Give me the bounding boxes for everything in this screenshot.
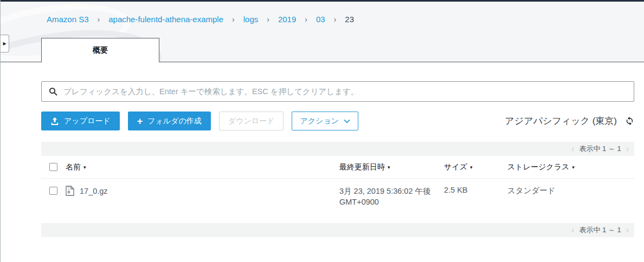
breadcrumb-amazon-s3[interactable]: Amazon S3 bbox=[47, 15, 89, 24]
column-header-name-label: 名前 bbox=[66, 162, 81, 172]
last-modified-cell: 3月 23, 2019 5:36:02 午後 GMT+0900 bbox=[339, 186, 444, 207]
sort-arrow-icon: ▾ bbox=[470, 165, 473, 170]
breadcrumb-logs[interactable]: logs bbox=[243, 15, 259, 24]
upload-button[interactable]: アップロード bbox=[41, 112, 120, 130]
page-prev-icon[interactable]: ‹ bbox=[571, 226, 574, 234]
sidebar-expand-button[interactable]: ▶ bbox=[1, 35, 9, 53]
size-cell: 2.5 KB bbox=[444, 186, 507, 194]
row-checkbox[interactable] bbox=[49, 187, 57, 195]
prefix-search-box bbox=[41, 81, 634, 102]
pagination-bar-bottom: ‹ 表示中 1 ～ 1 › bbox=[41, 223, 634, 237]
refresh-icon[interactable] bbox=[625, 116, 634, 126]
page-next-icon[interactable]: › bbox=[626, 226, 629, 234]
prefix-search-input[interactable] bbox=[63, 87, 627, 96]
object-toolbar: アップロード + フォルダの作成 ダウンロード アクション アジアパシフィック … bbox=[41, 112, 634, 130]
breadcrumb: Amazon S3 › apache-fulentd-athena-exampl… bbox=[47, 15, 354, 24]
actions-dropdown-button[interactable]: アクション bbox=[292, 112, 358, 130]
s3-console-page: Amazon S3 › apache-fulentd-athena-exampl… bbox=[0, 0, 644, 262]
sort-arrow-icon: ▾ bbox=[572, 165, 575, 170]
breadcrumb-separator-icon: › bbox=[267, 15, 269, 24]
pagination-label: 表示中 1 ～ 1 bbox=[579, 144, 621, 154]
tab-overview[interactable]: 概要 bbox=[41, 38, 159, 62]
table-row: 17_0.gz 3月 23, 2019 5:36:02 午後 GMT+0900 … bbox=[41, 179, 634, 218]
chevron-down-icon bbox=[344, 119, 350, 123]
bucket-header: Amazon S3 › apache-fulentd-athena-exampl… bbox=[1, 2, 644, 62]
breadcrumb-03[interactable]: 03 bbox=[316, 15, 325, 24]
plus-icon: + bbox=[137, 116, 143, 126]
storage-class-cell: スタンダード bbox=[507, 186, 634, 196]
sort-arrow-icon: ▾ bbox=[388, 165, 390, 170]
upload-button-label: アップロード bbox=[64, 116, 111, 126]
breadcrumb-current-folder: 23 bbox=[345, 15, 354, 24]
table-header-row: 名前 ▾ 最終更新日時 ▾ サイズ ▾ ストレージクラス ▾ bbox=[41, 156, 634, 179]
download-button-label: ダウンロード bbox=[228, 116, 275, 126]
object-name-link[interactable]: 17_0.gz bbox=[80, 187, 108, 195]
column-header-name[interactable]: 名前 ▾ bbox=[66, 162, 339, 172]
page-prev-icon[interactable]: ‹ bbox=[571, 145, 574, 153]
tab-overview-label: 概要 bbox=[93, 45, 108, 55]
breadcrumb-bucket[interactable]: apache-fulentd-athena-example bbox=[108, 15, 223, 24]
breadcrumb-separator-icon: › bbox=[98, 15, 100, 24]
breadcrumb-separator-icon: › bbox=[305, 15, 307, 24]
breadcrumb-separator-icon: › bbox=[334, 15, 337, 24]
object-name-cell: 17_0.gz bbox=[66, 186, 339, 196]
chevron-right-icon: ▶ bbox=[3, 42, 6, 46]
column-header-storage-class[interactable]: ストレージクラス ▾ bbox=[507, 162, 634, 172]
column-header-storage-class-label: ストレージクラス bbox=[507, 162, 569, 172]
zip-file-icon bbox=[66, 186, 74, 196]
page-next-icon[interactable]: › bbox=[626, 145, 629, 153]
objects-panel: アップロード + フォルダの作成 ダウンロード アクション アジアパシフィック … bbox=[1, 81, 644, 237]
breadcrumb-separator-icon: › bbox=[232, 15, 235, 24]
create-folder-button-label: フォルダの作成 bbox=[147, 116, 202, 126]
pagination-label: 表示中 1 ～ 1 bbox=[579, 225, 621, 235]
upload-icon bbox=[50, 117, 59, 126]
select-all-checkbox[interactable] bbox=[49, 163, 57, 171]
column-header-last-modified-label: 最終更新日時 bbox=[339, 162, 385, 172]
column-header-last-modified[interactable]: 最終更新日時 ▾ bbox=[339, 162, 444, 172]
region-label: アジアパシフィック (東京) bbox=[505, 115, 617, 127]
search-icon bbox=[49, 87, 57, 96]
create-folder-button[interactable]: + フォルダの作成 bbox=[128, 112, 211, 130]
download-button: ダウンロード bbox=[219, 112, 284, 130]
actions-button-label: アクション bbox=[300, 116, 339, 126]
column-header-size[interactable]: サイズ ▾ bbox=[444, 162, 507, 172]
column-header-size-label: サイズ bbox=[444, 162, 467, 172]
last-modified-timezone: GMT+0900 bbox=[339, 196, 444, 207]
last-modified-date: 3月 23, 2019 5:36:02 午後 bbox=[339, 186, 444, 196]
pagination-bar-top: ‹ 表示中 1 ～ 1 › bbox=[41, 142, 634, 156]
breadcrumb-2019[interactable]: 2019 bbox=[278, 15, 296, 24]
sort-arrow-icon: ▾ bbox=[83, 165, 86, 170]
